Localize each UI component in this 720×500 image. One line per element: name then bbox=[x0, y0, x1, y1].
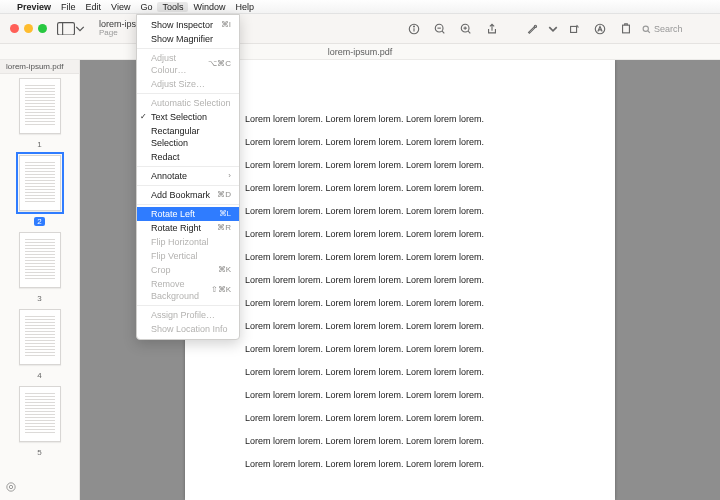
close-window-button[interactable] bbox=[10, 24, 19, 33]
menu-item-label: Redact bbox=[151, 151, 180, 163]
menu-separator bbox=[137, 166, 239, 167]
svg-rect-0 bbox=[58, 22, 75, 34]
svg-line-6 bbox=[442, 31, 444, 33]
app-name-menu[interactable]: Preview bbox=[12, 2, 56, 12]
menu-item-adjust-colour: Adjust Colour…⌥⌘C bbox=[137, 51, 239, 77]
view-mode-chevron-icon[interactable] bbox=[75, 21, 85, 37]
menu-separator bbox=[137, 305, 239, 306]
search-icon bbox=[642, 25, 651, 34]
document-text-line: Lorem lorem lorem. Lorem lorem lorem. Lo… bbox=[245, 344, 555, 354]
toolbar-search[interactable]: Search bbox=[642, 24, 712, 34]
document-text-line: Lorem lorem lorem. Lorem lorem lorem. Lo… bbox=[245, 275, 555, 285]
info-icon[interactable] bbox=[404, 19, 424, 39]
menu-item-label: Show Location Info bbox=[151, 323, 228, 335]
svg-point-16 bbox=[643, 26, 648, 31]
menu-item-text-selection[interactable]: ✓Text Selection bbox=[137, 110, 239, 124]
menu-item-add-bookmark[interactable]: Add Bookmark⌘D bbox=[137, 188, 239, 202]
export-icon[interactable] bbox=[616, 19, 636, 39]
menubar-item-edit[interactable]: Edit bbox=[81, 2, 107, 12]
menu-item-shortcut: ⌘I bbox=[221, 19, 231, 31]
zoom-in-icon[interactable] bbox=[456, 19, 476, 39]
page-thumbnail-label: 4 bbox=[37, 371, 41, 380]
submenu-arrow-icon: › bbox=[228, 170, 231, 182]
menu-item-label: Adjust Colour… bbox=[151, 52, 208, 76]
menu-item-label: Assign Profile… bbox=[151, 309, 215, 321]
menu-item-shortcut: ⌘D bbox=[217, 189, 231, 201]
menu-item-flip-vertical: Flip Vertical bbox=[137, 249, 239, 263]
menu-separator bbox=[137, 185, 239, 186]
menu-item-label: Crop bbox=[151, 264, 171, 276]
svg-point-19 bbox=[7, 483, 15, 491]
menubar-item-window[interactable]: Window bbox=[188, 2, 230, 12]
minimize-window-button[interactable] bbox=[24, 24, 33, 33]
menubar-item-view[interactable]: View bbox=[106, 2, 135, 12]
document-text-line: Lorem lorem lorem. Lorem lorem lorem. Lo… bbox=[245, 390, 555, 400]
document-text-line: Lorem lorem lorem. Lorem lorem lorem. Lo… bbox=[245, 252, 555, 262]
page-thumbnail[interactable] bbox=[19, 386, 61, 442]
markup-chevron-icon[interactable] bbox=[548, 19, 558, 39]
menu-item-rotate-right[interactable]: Rotate Right⌘R bbox=[137, 221, 239, 235]
text-icon[interactable] bbox=[590, 19, 610, 39]
svg-rect-13 bbox=[571, 26, 577, 32]
menu-item-rectangular-selection[interactable]: Rectangular Selection bbox=[137, 124, 239, 150]
page-thumbnail[interactable] bbox=[19, 309, 61, 365]
menubar-item-tools[interactable]: Tools bbox=[157, 2, 188, 12]
page-thumbnail-label: 5 bbox=[37, 448, 41, 457]
document-text-line: Lorem lorem lorem. Lorem lorem lorem. Lo… bbox=[245, 298, 555, 308]
menu-item-label: Show Inspector bbox=[151, 19, 213, 31]
tools-menu-dropdown: Show Inspector⌘IShow MagnifierAdjust Col… bbox=[136, 14, 240, 340]
zoom-out-icon[interactable] bbox=[430, 19, 450, 39]
menu-item-label: Rotate Right bbox=[151, 222, 201, 234]
search-placeholder: Search bbox=[654, 24, 683, 34]
document-text-line: Lorem lorem lorem. Lorem lorem lorem. Lo… bbox=[245, 321, 555, 331]
document-text-line: Lorem lorem lorem. Lorem lorem lorem. Lo… bbox=[245, 459, 555, 469]
menu-item-automatic-selection: Automatic Selection bbox=[137, 96, 239, 110]
sidebar-filename: lorem-ipsum.pdf bbox=[0, 60, 79, 74]
page-thumbnail[interactable] bbox=[19, 78, 61, 134]
document-text-line: Lorem lorem lorem. Lorem lorem lorem. Lo… bbox=[245, 160, 555, 170]
check-icon: ✓ bbox=[140, 111, 147, 123]
svg-point-18 bbox=[9, 485, 12, 488]
rotate-icon[interactable] bbox=[564, 19, 584, 39]
sidebar-settings-icon[interactable] bbox=[6, 482, 16, 494]
menubar-item-go[interactable]: Go bbox=[135, 2, 157, 12]
document-text-line: Lorem lorem lorem. Lorem lorem lorem. Lo… bbox=[245, 413, 555, 423]
fullscreen-window-button[interactable] bbox=[38, 24, 47, 33]
menu-separator bbox=[137, 93, 239, 94]
menu-item-label: Automatic Selection bbox=[151, 97, 231, 109]
menu-item-label: Rectangular Selection bbox=[151, 125, 231, 149]
menu-item-remove-background: Remove Background⇧⌘K bbox=[137, 277, 239, 303]
window-toolbar: lorem-ipsum Page Search bbox=[0, 14, 720, 44]
menu-item-assign-profile: Assign Profile… bbox=[137, 308, 239, 322]
menu-item-rotate-left[interactable]: Rotate Left⌘L bbox=[137, 207, 239, 221]
menu-item-label: Flip Vertical bbox=[151, 250, 198, 262]
page-thumbnail-label: 3 bbox=[37, 294, 41, 303]
sidebar-toggle-button[interactable] bbox=[57, 21, 75, 37]
document-filename-bar: lorem-ipsum.pdf bbox=[0, 44, 720, 60]
menu-item-crop: Crop⌘K bbox=[137, 263, 239, 277]
share-icon[interactable] bbox=[482, 19, 502, 39]
document-text-line: Lorem lorem lorem. Lorem lorem lorem. Lo… bbox=[245, 137, 555, 147]
menu-item-annotate[interactable]: Annotate› bbox=[137, 169, 239, 183]
page-thumbnail[interactable] bbox=[19, 155, 61, 211]
menu-item-shortcut: ⌘K bbox=[218, 264, 231, 276]
window-traffic-lights bbox=[0, 24, 47, 33]
menu-item-show-magnifier[interactable]: Show Magnifier bbox=[137, 32, 239, 46]
document-page: Lorem lorem lorem. Lorem lorem lorem. Lo… bbox=[185, 60, 615, 500]
page-thumbnail-label: 2 bbox=[34, 217, 44, 226]
page-thumbnail[interactable] bbox=[19, 232, 61, 288]
menubar-item-help[interactable]: Help bbox=[230, 2, 259, 12]
menu-item-shortcut: ⌘L bbox=[219, 208, 231, 220]
svg-point-4 bbox=[414, 26, 415, 27]
svg-point-12 bbox=[534, 25, 536, 27]
menubar-item-file[interactable]: File bbox=[56, 2, 81, 12]
menu-item-label: Rotate Left bbox=[151, 208, 195, 220]
menu-item-label: Flip Horizontal bbox=[151, 236, 209, 248]
menu-item-show-inspector[interactable]: Show Inspector⌘I bbox=[137, 18, 239, 32]
menu-item-label: Add Bookmark bbox=[151, 189, 210, 201]
document-text-line: Lorem lorem lorem. Lorem lorem lorem. Lo… bbox=[245, 206, 555, 216]
system-menubar: Preview FileEditViewGoToolsWindowHelp bbox=[0, 0, 720, 14]
menu-item-shortcut: ⇧⌘K bbox=[211, 284, 231, 296]
markup-icon[interactable] bbox=[522, 19, 542, 39]
menu-item-redact[interactable]: Redact bbox=[137, 150, 239, 164]
